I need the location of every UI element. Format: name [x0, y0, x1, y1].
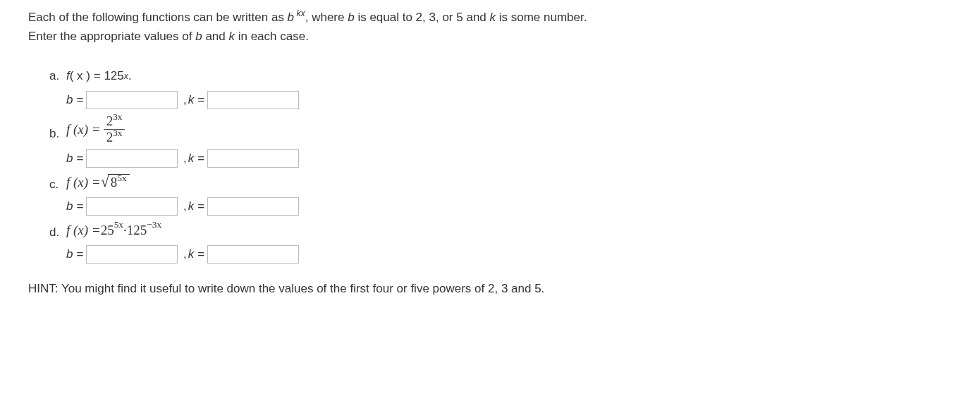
- var-b: b: [348, 11, 354, 24]
- den-base: 2: [106, 130, 114, 144]
- fraction: 23x 23x: [104, 113, 125, 145]
- item-b-inputs: b = , k =: [49, 148, 952, 169]
- instructions: Each of the following functions can be w…: [28, 7, 952, 46]
- b-label: b =: [66, 151, 83, 166]
- k-label: k =: [188, 247, 204, 261]
- b-label: b =: [66, 247, 83, 261]
- square-root: √ 85x: [101, 174, 130, 192]
- sqrt-exp: 5x: [117, 173, 126, 183]
- intro-text: is some number.: [496, 11, 587, 24]
- term1-base: 25: [101, 223, 114, 238]
- intro-text: Enter the appropriate values of: [28, 30, 195, 43]
- fn-end: .: [128, 69, 132, 83]
- item-a-function: a. f( x ) = 125x.: [49, 66, 952, 87]
- var-k: k: [490, 11, 496, 24]
- item-d-function: d. f (x) = 255x · 125−3x: [49, 220, 952, 241]
- fn-body: ( x ) = 125: [70, 69, 124, 83]
- a-k-input[interactable]: [207, 91, 299, 109]
- item-letter: a.: [49, 69, 66, 83]
- k-label: k =: [188, 151, 204, 166]
- item-c-function: c. f (x) = √ 85x: [49, 172, 952, 193]
- comma: ,: [183, 247, 187, 261]
- item-b-function: b. f (x) = 23x 23x: [49, 113, 952, 145]
- d-b-input[interactable]: [86, 245, 178, 264]
- comma: ,: [183, 151, 187, 166]
- num-base: 2: [106, 113, 114, 128]
- term2-exp: −3x: [147, 219, 161, 230]
- d-k-input[interactable]: [207, 245, 299, 264]
- problem-list: a. f( x ) = 125x. b = , k = b. f (x) = 2…: [49, 66, 952, 265]
- b-label: b =: [66, 199, 83, 214]
- var-b: b: [195, 30, 202, 43]
- var-b: b: [288, 11, 294, 24]
- b-label: b =: [66, 93, 83, 107]
- k-label: k =: [188, 199, 204, 214]
- sqrt-base: 8: [111, 175, 118, 190]
- den-exp: 3x: [113, 128, 122, 138]
- k-label: k =: [188, 93, 204, 107]
- fx-label: f (x) =: [66, 223, 101, 238]
- num-exp: 3x: [113, 111, 122, 122]
- comma: ,: [183, 199, 187, 214]
- intro-text: in each case.: [235, 30, 309, 43]
- intro-text: Each of the following functions can be w…: [28, 11, 288, 24]
- intro-text: and: [202, 30, 229, 43]
- b-b-input[interactable]: [86, 149, 178, 168]
- hint-text: HINT: You might find it useful to write …: [28, 282, 952, 296]
- item-letter: b.: [49, 127, 66, 141]
- term2-base: 125: [127, 223, 147, 238]
- comma: ,: [183, 93, 187, 107]
- c-k-input[interactable]: [207, 197, 299, 216]
- var-k: k: [228, 30, 235, 43]
- intro-text: is equal to 2, 3, or 5 and: [355, 11, 490, 24]
- c-b-input[interactable]: [86, 197, 178, 216]
- fx-label: f (x) =: [66, 175, 101, 190]
- b-k-input[interactable]: [207, 149, 299, 168]
- item-a-inputs: b = , k =: [49, 89, 952, 111]
- exp-kx: kx: [294, 8, 305, 18]
- item-d-inputs: b = , k =: [49, 244, 952, 265]
- fx-label: f (x) =: [66, 122, 101, 137]
- item-c-inputs: b = , k =: [49, 196, 952, 217]
- intro-text: , where: [305, 11, 348, 24]
- item-letter: c.: [49, 178, 66, 192]
- term1-exp: 5x: [114, 219, 123, 230]
- item-letter: d.: [49, 225, 66, 240]
- a-b-input[interactable]: [86, 91, 178, 109]
